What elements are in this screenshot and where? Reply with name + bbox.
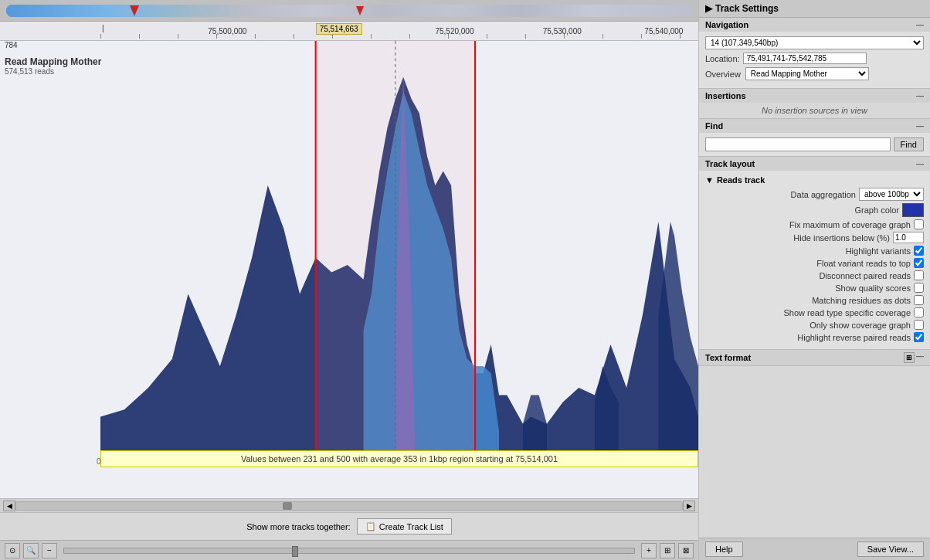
scrollbar-thumb[interactable]: [283, 502, 292, 510]
track-layout-minimize[interactable]: —: [916, 160, 924, 168]
insertions-minimize[interactable]: —: [916, 92, 924, 100]
zoom-thumb[interactable]: [292, 546, 298, 557]
track-layout-label: Track layout: [705, 159, 755, 168]
text-format-minimize[interactable]: —: [916, 352, 924, 363]
text-format-header-left: Text format: [705, 353, 751, 362]
h-scrollbar[interactable]: ◀ ▶: [0, 498, 698, 512]
location-label: Location:: [705, 54, 743, 63]
track-count: 784: [5, 41, 18, 49]
navigation-content: 14 (107,349,540bp) Location: Overview Re…: [699, 32, 930, 88]
track-title: Read Mapping Mother: [5, 56, 101, 67]
spacer: [699, 366, 930, 538]
panel-header-icon: ▶: [705, 3, 712, 14]
track-layout-header[interactable]: Track layout —: [699, 157, 930, 171]
find-input[interactable]: [705, 137, 891, 151]
fix-max-row: Fix maximum of coverage graph: [705, 219, 924, 229]
create-track-list-button[interactable]: 📋 Create Track List: [357, 518, 452, 535]
overview-select[interactable]: Read Mapping Mother: [745, 67, 869, 80]
insertions-section-header[interactable]: Insertions —: [699, 89, 930, 103]
scroll-left-btn[interactable]: ◀: [3, 501, 15, 511]
highlight-variants-checkbox[interactable]: [914, 246, 924, 256]
overview-label: Overview: [705, 70, 745, 79]
tool-icon-zoom-in[interactable]: +: [641, 543, 657, 558]
create-btn-label: Create Track List: [379, 522, 443, 531]
location-row: Location:: [705, 53, 924, 64]
graph-color-swatch[interactable]: [902, 203, 924, 217]
data-aggregation-select[interactable]: above 100bp: [859, 188, 924, 201]
insertions-section: Insertions — No insertion sources in vie…: [699, 89, 930, 119]
track-layout-content: ▼ Reads track Data aggregation above 100…: [699, 171, 930, 349]
show-quality-checkbox[interactable]: [914, 283, 924, 293]
ruler-tick-mark: |: [102, 24, 104, 32]
highlight-reverse-label: Highlight reverse paired reads: [705, 333, 911, 342]
location-input[interactable]: [743, 53, 867, 64]
data-aggregation-row: Data aggregation above 100bp: [705, 188, 924, 201]
find-row: Find: [705, 137, 924, 151]
navigation-section-header[interactable]: Navigation —: [699, 18, 930, 32]
tooltip: Values between 231 and 500 with average …: [100, 450, 698, 467]
text-format-header[interactable]: Text format ⊞ —: [699, 350, 930, 365]
navigation-minimize[interactable]: —: [916, 21, 924, 29]
chromosome-track[interactable]: [6, 5, 692, 17]
only-coverage-checkbox[interactable]: [914, 320, 924, 330]
chrom-marker-center: [356, 6, 364, 15]
show-read-type-label: Show read type specific coverage: [705, 308, 911, 317]
insertions-header-left: Insertions: [705, 91, 746, 100]
tool-icon-zoom-out[interactable]: −: [42, 543, 57, 558]
reads-track-chevron: ▼: [705, 175, 714, 185]
show-read-type-row: Show read type specific coverage: [705, 307, 924, 317]
ruler-ticks: [100, 34, 698, 39]
find-minimize[interactable]: —: [916, 122, 924, 131]
scrollbar-track[interactable]: [15, 501, 683, 511]
find-button[interactable]: Find: [894, 137, 924, 151]
find-content: Find: [699, 133, 930, 156]
tool-icon-expand[interactable]: ⊠: [678, 543, 694, 558]
zoom-slider[interactable]: [63, 548, 635, 554]
navigation-label: Navigation: [705, 20, 748, 29]
main-container: | 75,500,000 75,510,000 75,520,000 75,53…: [0, 0, 930, 560]
hide-insertions-input[interactable]: [893, 232, 924, 243]
tool-icon-1[interactable]: ⊙: [5, 543, 20, 558]
coverage-chart: [100, 41, 698, 467]
hide-insertions-row: Hide insertions below (%): [705, 232, 924, 243]
create-icon: 📋: [365, 521, 376, 531]
show-quality-label: Show quality scores: [705, 283, 911, 293]
fix-max-label: Fix maximum of coverage graph: [705, 220, 911, 229]
navigation-header-left: Navigation: [705, 20, 748, 29]
save-view-button[interactable]: Save View...: [857, 541, 924, 557]
only-coverage-label: Only show coverage graph: [705, 321, 911, 330]
highlight-reverse-checkbox[interactable]: [914, 332, 924, 342]
chromosome-row: 14 (107,349,540bp): [705, 36, 924, 49]
overview-row: Overview Read Mapping Mother: [705, 67, 924, 80]
show-read-type-checkbox[interactable]: [914, 307, 924, 317]
left-panel: | 75,500,000 75,510,000 75,520,000 75,53…: [0, 0, 698, 560]
disconnect-paired-label: Disconnect paired reads: [705, 271, 911, 280]
show-more-label: Show more tracks together:: [246, 522, 351, 531]
find-section-header[interactable]: Find —: [699, 119, 930, 133]
disconnect-paired-checkbox[interactable]: [914, 270, 924, 280]
reads-track-label: Reads track: [717, 175, 765, 185]
position-indicator: 75,514,663: [316, 23, 362, 35]
tool-icon-2[interactable]: 🔍: [23, 543, 39, 558]
text-format-expand[interactable]: ⊞: [904, 352, 915, 363]
scroll-right-btn[interactable]: ▶: [683, 501, 695, 511]
find-header-left: Find: [705, 121, 723, 131]
show-quality-row: Show quality scores: [705, 283, 924, 293]
disconnect-paired-row: Disconnect paired reads: [705, 270, 924, 280]
fix-max-checkbox[interactable]: [914, 219, 924, 229]
right-panel: ▶ Track Settings Navigation — 14 (107,34…: [698, 0, 930, 560]
matching-residues-checkbox[interactable]: [914, 295, 924, 305]
tool-icon-fit[interactable]: ⊞: [660, 543, 675, 558]
data-aggregation-label: Data aggregation: [705, 190, 856, 199]
float-variant-checkbox[interactable]: [914, 258, 924, 268]
help-button[interactable]: Help: [705, 541, 743, 557]
graph-color-label: Graph color: [705, 205, 899, 215]
find-section: Find — Find: [699, 119, 930, 157]
text-format-label: Text format: [705, 353, 751, 362]
chromosome-select[interactable]: 14 (107,349,540bp): [705, 36, 924, 49]
chrom-marker-left: [130, 5, 139, 16]
text-format-section: Text format ⊞ —: [699, 350, 930, 366]
bottom-buttons: Help Save View...: [699, 538, 930, 560]
highlight-reverse-row: Highlight reverse paired reads: [705, 332, 924, 342]
track-header: Read Mapping Mother 574,513 reads: [0, 53, 106, 79]
